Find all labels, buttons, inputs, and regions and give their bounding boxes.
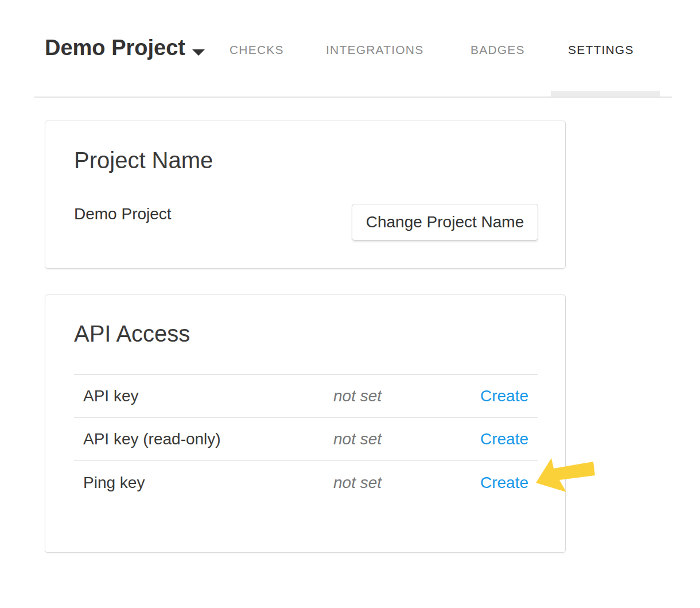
api-access-table: API key not set Create API key (read-onl… <box>74 374 538 504</box>
project-switcher-label: Demo Project <box>45 36 185 60</box>
table-row-api-key: API key not set Create <box>74 375 538 418</box>
table-row-ping-key: Ping key not set Create <box>74 461 538 504</box>
project-name-card-title: Project Name <box>74 148 213 173</box>
api-key-value: not set <box>333 388 382 405</box>
tab-settings[interactable]: SETTINGS <box>568 44 634 56</box>
project-switcher[interactable]: Demo Project <box>45 37 185 59</box>
ping-key-create-link[interactable]: Create <box>480 474 528 491</box>
settings-page: Demo Project CHECKS INTEGRATIONS BADGES … <box>0 0 700 608</box>
api-access-card: API Access API key not set Create API ke… <box>45 295 566 553</box>
api-key-read-only-value: not set <box>333 431 382 448</box>
change-project-name-button[interactable]: Change Project Name <box>352 204 538 241</box>
project-name-value: Demo Project <box>74 206 172 223</box>
nav-divider <box>34 96 672 98</box>
api-key-read-only-create-link[interactable]: Create <box>480 431 528 448</box>
api-key-create-link[interactable]: Create <box>480 388 528 405</box>
tab-badges[interactable]: BADGES <box>470 44 525 56</box>
api-key-read-only-label: API key (read-only) <box>83 431 221 448</box>
api-key-label: API key <box>83 388 138 405</box>
tab-integrations[interactable]: INTEGRATIONS <box>326 44 423 56</box>
ping-key-label: Ping key <box>83 474 145 491</box>
project-name-card: Project Name Demo Project Change Project… <box>45 121 566 269</box>
chevron-down-icon <box>192 49 205 56</box>
table-row-api-key-read-only: API key (read-only) not set Create <box>74 418 538 461</box>
api-access-card-title: API Access <box>74 321 190 346</box>
ping-key-value: not set <box>333 474 382 491</box>
tab-checks[interactable]: CHECKS <box>230 44 284 56</box>
